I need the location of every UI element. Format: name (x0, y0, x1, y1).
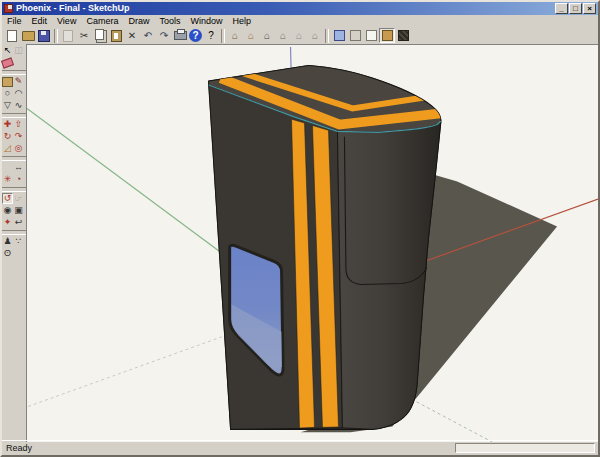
minimize-button[interactable]: _ (555, 3, 568, 14)
toolbar-separator (54, 29, 58, 43)
window-controls: _□× (555, 3, 596, 14)
rectangle-icon[interactable] (2, 76, 13, 87)
menu-help[interactable]: Help (227, 15, 256, 27)
position-camera-icon[interactable]: ♟ (2, 236, 13, 247)
make-component-icon: ◫ (13, 45, 24, 56)
toolbar-separator (2, 230, 26, 235)
menu-camera[interactable]: Camera (81, 15, 123, 27)
shaded-icon[interactable] (379, 28, 395, 43)
titlebar[interactable]: Phoenix - Final - SketchUp _□× (2, 2, 598, 15)
measurements-box[interactable] (455, 443, 595, 453)
toolbar-separator (2, 70, 26, 75)
xray-icon[interactable] (331, 28, 347, 43)
menu-view[interactable]: View (52, 15, 81, 27)
menu-edit[interactable]: Edit (27, 15, 53, 27)
menu-tools[interactable]: Tools (154, 15, 185, 27)
toolbar-separator (2, 156, 26, 161)
window-title: Phoenix - Final - SketchUp (16, 3, 130, 14)
axes-icon[interactable]: ✳ (2, 174, 13, 185)
drawing-canvas[interactable] (26, 44, 598, 442)
zoom-extents-icon[interactable]: ✦ (2, 217, 13, 228)
print-icon[interactable] (172, 28, 188, 43)
menu-window[interactable]: Window (185, 15, 227, 27)
follow-me-icon[interactable]: ↷ (13, 131, 24, 142)
pc-case-model[interactable] (209, 65, 442, 429)
open-icon[interactable] (20, 28, 36, 43)
component-icon (60, 28, 76, 43)
model-viewport[interactable] (27, 45, 598, 442)
menubar: File Edit View Camera Draw Tools Window … (2, 15, 598, 27)
toolbar-separator (325, 29, 329, 43)
circle-icon[interactable]: ○ (2, 88, 13, 99)
eraser-icon[interactable] (2, 57, 13, 68)
walk-icon[interactable]: ∵ (13, 236, 24, 247)
zoom-previous-icon[interactable]: ↩ (13, 217, 24, 228)
paste-icon[interactable] (108, 28, 124, 43)
menu-draw[interactable]: Draw (123, 15, 154, 27)
sketchup-app-icon (4, 4, 13, 13)
look-around-icon[interactable]: ʘ (2, 248, 13, 259)
erase-icon[interactable]: ✕ (124, 28, 140, 43)
arc-icon[interactable]: ◠ (13, 88, 24, 99)
left-view-icon[interactable]: ⌂ (307, 28, 323, 43)
select-icon[interactable]: ↖ (2, 45, 13, 56)
zoom-window-icon[interactable]: ▣ (13, 205, 24, 216)
toolbar-left: ↖◫ ✎○◠▽∿✚⇧↻↷◿◎↔✳◔↺☞◉▣✦↩♟∵ʘ (2, 44, 26, 441)
maximize-button[interactable]: □ (569, 3, 582, 14)
copy-icon[interactable] (92, 28, 108, 43)
toolbar-separator (2, 113, 26, 118)
iso-view-icon[interactable]: ⌂ (227, 28, 243, 43)
hiddenline-icon[interactable] (363, 28, 379, 43)
new-icon[interactable] (4, 28, 20, 43)
statusbar: Ready (2, 440, 598, 455)
help-icon[interactable]: ? (189, 29, 202, 42)
status-ready: Ready (2, 443, 32, 453)
move-icon[interactable]: ✚ (2, 119, 13, 130)
scale-icon[interactable]: ◿ (2, 143, 13, 154)
push-pull-icon[interactable]: ⇧ (13, 119, 24, 130)
spacer1-icon[interactable] (13, 57, 24, 68)
front-view-icon[interactable]: ⌂ (259, 28, 275, 43)
menu-file[interactable]: File (2, 15, 27, 27)
line-icon[interactable]: ✎ (13, 76, 24, 87)
save-icon[interactable] (36, 28, 52, 43)
right-view-icon[interactable]: ⌂ (275, 28, 291, 43)
toolbar-top: ✂✕↶↷??⌂⌂⌂⌂⌂⌂ (2, 27, 598, 44)
polygon-icon[interactable]: ▽ (2, 100, 13, 111)
undo-icon[interactable]: ↶ (140, 28, 156, 43)
offset-icon[interactable]: ◎ (13, 143, 24, 154)
wireframe-icon[interactable] (347, 28, 363, 43)
redo-icon[interactable]: ↷ (156, 28, 172, 43)
back-view-icon[interactable]: ⌂ (291, 28, 307, 43)
protractor-icon[interactable]: ◔ (13, 174, 24, 185)
freehand-icon[interactable]: ∿ (13, 100, 24, 111)
orbit-icon[interactable]: ↺ (2, 193, 13, 204)
rotate-icon[interactable]: ↻ (2, 131, 13, 142)
tape-measure-icon[interactable] (2, 162, 13, 173)
dimension-icon[interactable]: ↔ (13, 162, 24, 173)
top-view-icon[interactable]: ⌂ (243, 28, 259, 43)
close-button[interactable]: × (583, 3, 596, 14)
zoom-icon[interactable]: ◉ (2, 205, 13, 216)
textured-icon[interactable] (395, 28, 411, 43)
toolbar-separator (221, 29, 225, 43)
pan-icon[interactable]: ☞ (13, 193, 24, 204)
context-help-icon[interactable]: ? (203, 28, 219, 43)
toolbar-separator (2, 187, 26, 192)
cut-icon[interactable]: ✂ (76, 28, 92, 43)
